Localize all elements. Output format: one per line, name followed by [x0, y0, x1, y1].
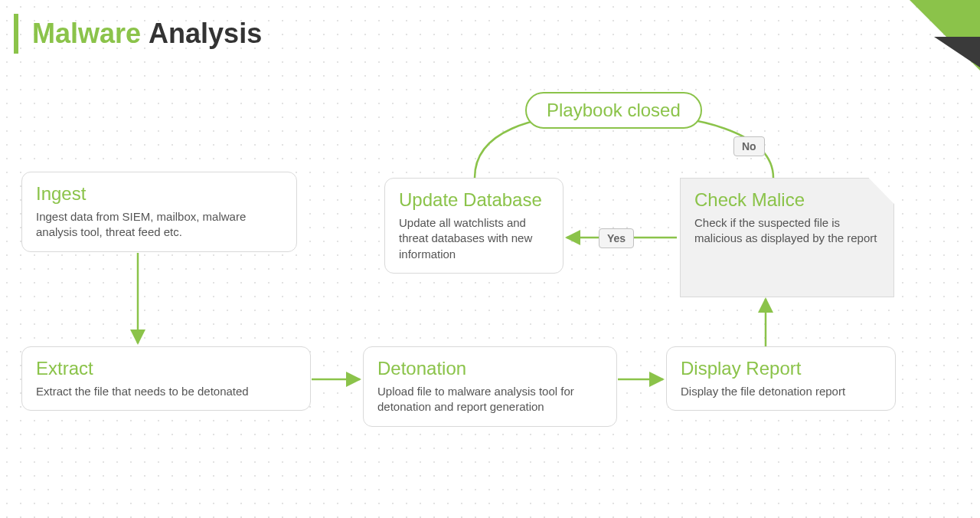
node-detonation-desc: Upload file to malware analysis tool for…: [377, 384, 603, 415]
page-title: Malware Analysis: [14, 14, 262, 54]
node-detonation: Detonation Upload file to malware analys…: [363, 346, 617, 427]
title-accent-word: Malware: [32, 18, 141, 50]
node-display-report-desc: Display the file detonation report: [681, 384, 881, 399]
corner-accent-dark: [934, 37, 980, 67]
node-check-malice: Check Malice Check if the suspected file…: [680, 178, 894, 297]
node-display-report: Display Report Display the file detonati…: [666, 346, 896, 411]
label-yes: Yes: [599, 228, 634, 248]
title-main-word: Analysis: [149, 18, 262, 50]
node-check-malice-desc: Check if the suspected file is malicious…: [694, 215, 880, 247]
node-ingest-desc: Ingest data from SIEM, mailbox, malware …: [36, 209, 283, 241]
node-playbook-closed: Playbook closed: [525, 92, 702, 129]
node-extract-desc: Extract the file that needs to be detona…: [36, 384, 296, 399]
node-detonation-title: Detonation: [377, 358, 603, 379]
node-ingest-title: Ingest: [36, 183, 283, 205]
node-extract: Extract Extract the file that needs to b…: [21, 346, 311, 411]
node-display-report-title: Display Report: [681, 358, 881, 379]
node-update-database: Update Database Update all watchlists an…: [384, 178, 564, 274]
node-check-malice-title: Check Malice: [694, 189, 880, 211]
node-update-database-desc: Update all watchlists and threat databas…: [399, 215, 549, 262]
label-no: No: [733, 136, 765, 156]
node-extract-title: Extract: [36, 358, 296, 379]
node-update-database-title: Update Database: [399, 189, 549, 211]
node-playbook-closed-label: Playbook closed: [547, 100, 681, 120]
node-ingest: Ingest Ingest data from SIEM, mailbox, m…: [21, 172, 297, 252]
